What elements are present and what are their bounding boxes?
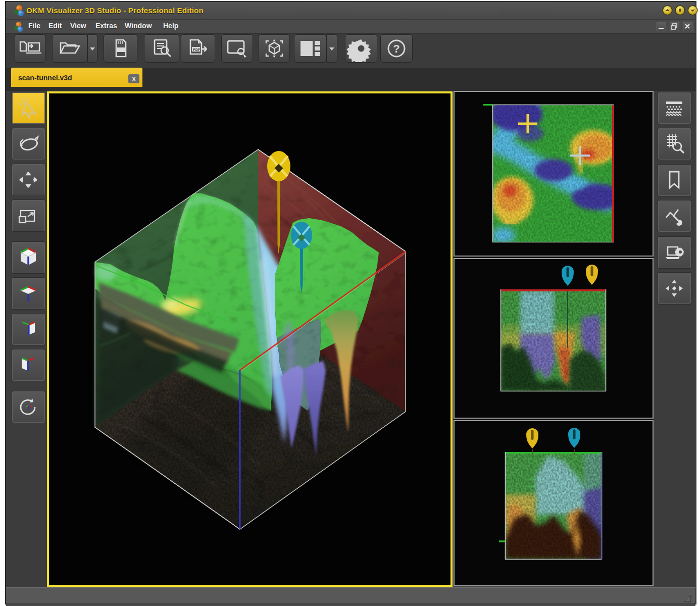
svg-text:?: ? bbox=[393, 42, 399, 55]
svg-text:PDF: PDF bbox=[193, 48, 201, 52]
